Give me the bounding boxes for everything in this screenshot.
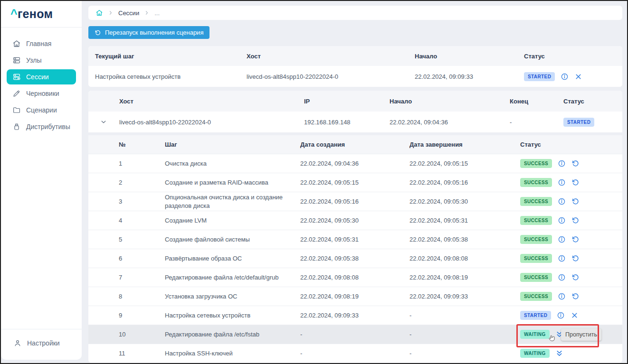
step-name: Настройка SSH-ключей — [165, 349, 300, 358]
info-button[interactable] — [558, 178, 566, 187]
info-button[interactable] — [557, 311, 565, 319]
sidebar-item-label: Узлы — [26, 56, 42, 64]
step-created: 22.02.2024, 09:05:30 — [300, 217, 409, 224]
column-header: Текущий шаг — [95, 53, 247, 60]
step-number: 8 — [88, 293, 165, 300]
retry-button[interactable] — [571, 159, 580, 168]
host-table: Хост IP Начало Конец Статус livecd-os-al… — [88, 91, 622, 363]
retry-button[interactable] — [571, 216, 580, 224]
step-created: 22.02.2024, 09:05:15 — [300, 179, 409, 186]
retry-button[interactable] — [571, 273, 580, 281]
restart-scenario-button[interactable]: Перезапуск выполнения сценария — [88, 26, 209, 39]
expand-row-button[interactable] — [100, 119, 107, 125]
step-finished: 22.02.2024, 09:05:30 — [409, 198, 520, 205]
info-button[interactable] — [558, 273, 566, 281]
status-badge: WAITING — [520, 330, 550, 339]
step-created: 22.02.2024, 09:08:19 — [300, 293, 409, 300]
step-name: Редактирование файла /etc/fstab — [165, 330, 300, 339]
step-name: Создание и разметка RAID-массива — [165, 178, 300, 187]
info-button[interactable] — [558, 292, 566, 300]
table-row: 7 Редактирование файла /etc/default/grub… — [88, 268, 622, 287]
info-icon — [557, 311, 565, 319]
sessions-icon — [12, 73, 21, 81]
step-number: 2 — [88, 179, 165, 186]
info-button[interactable] — [561, 73, 569, 81]
sidebar-bottom: Настройки — [1, 329, 82, 360]
sidebar-item-distributions[interactable]: Дистрибутивы — [7, 119, 76, 134]
step-created: - — [300, 350, 409, 357]
status-badge: SUCCESS — [520, 178, 552, 187]
restart-button-label: Перезапуск выполнения сценария — [105, 29, 203, 36]
step-finished: - — [409, 331, 520, 338]
status-badge: SUCCESS — [520, 197, 552, 206]
sidebar-item-home[interactable]: Главная — [7, 36, 76, 51]
retry-icon — [571, 254, 580, 262]
info-button[interactable] — [558, 235, 566, 243]
breadcrumb-home-icon[interactable] — [95, 9, 103, 17]
table-row: 1 Очистка диска 22.02.2024, 09:04:36 22.… — [88, 154, 622, 173]
step-name: Очистка диска — [165, 159, 300, 168]
current-step-name: Настройка сетевых устройств — [95, 73, 247, 80]
cursor-hand-icon — [547, 334, 556, 343]
table-row: 6 Развёртывание образа ОС 22.02.2024, 09… — [88, 249, 622, 268]
step-status-cell: SUCCESS — [520, 273, 622, 282]
close-button[interactable] — [574, 73, 582, 81]
info-button[interactable] — [558, 254, 566, 262]
close-icon — [571, 311, 579, 319]
breadcrumb-item-ellipsis[interactable]: ... — [154, 9, 160, 17]
table-row: 5 Создание файловой системы 22.02.2024, … — [88, 230, 622, 249]
sidebar-item-settings[interactable]: Настройки — [1, 329, 82, 360]
step-created: - — [300, 331, 409, 338]
column-header: Дата создания — [300, 141, 409, 148]
step-status-cell: WAITING Пропустить — [520, 330, 622, 339]
step-finished: - — [409, 350, 520, 357]
step-created: 22.02.2024, 09:05:38 — [300, 255, 409, 262]
retry-button[interactable] — [571, 197, 580, 205]
skip-button[interactable] — [555, 349, 563, 357]
skip-tooltip: Пропустить — [561, 328, 601, 341]
cursor-hand — [547, 334, 556, 343]
close-button[interactable] — [571, 311, 579, 319]
step-name: Опциональная очистка диска и создание ра… — [165, 193, 300, 210]
chevron-right-icon — [108, 10, 113, 15]
status-badge: SUCCESS — [520, 273, 552, 282]
breadcrumb-item-sessions[interactable]: Сессии — [118, 9, 139, 17]
status-badge: SUCCESS — [520, 159, 552, 168]
sidebar-item-nodes[interactable]: Узлы — [7, 53, 76, 68]
sidebar-item-sessions[interactable]: Сессии — [7, 69, 76, 84]
retry-button[interactable] — [571, 292, 580, 300]
column-header: Статус — [563, 98, 622, 105]
step-finished: 22.02.2024, 09:08:19 — [409, 274, 520, 281]
status-badge: STARTED — [563, 118, 594, 127]
info-button[interactable] — [558, 216, 566, 224]
retry-button[interactable] — [571, 235, 580, 243]
usb-icon — [12, 122, 21, 131]
step-status-cell: WAITING — [520, 349, 622, 358]
info-button[interactable] — [558, 159, 566, 168]
step-number: 3 — [88, 198, 165, 205]
step-name: Редактирование файла /etc/default/grub — [165, 273, 300, 282]
host-name: livecd-os-alt84spp10-22022024-0 — [119, 119, 304, 126]
retry-icon — [571, 235, 580, 243]
step-finished: 22.02.2024, 09:05:38 — [409, 236, 520, 243]
host-ip: 192.168.169.148 — [304, 119, 390, 126]
host-end: - — [510, 119, 563, 126]
step-finished: 22.02.2024, 09:05:16 — [409, 179, 520, 186]
step-finished: 22.02.2024, 09:05:31 — [409, 217, 520, 224]
retry-icon — [571, 159, 580, 168]
info-button[interactable] — [558, 197, 566, 205]
current-step-table-header: Текущий шаг Хост Начало Статус — [88, 46, 622, 66]
step-name: Развёртывание образа ОС — [165, 254, 300, 263]
sidebar-item-scenarios[interactable]: Сценарии — [7, 103, 76, 118]
sidebar-item-drafts[interactable]: Черновики — [7, 86, 76, 101]
column-header: Начало — [390, 98, 510, 105]
settings-label: Настройки — [27, 339, 60, 347]
retry-button[interactable] — [571, 254, 580, 262]
status-badge: STARTED — [520, 311, 551, 320]
step-number: 7 — [88, 274, 165, 281]
restart-icon — [95, 29, 101, 36]
table-row: 9 Настройка сетевых устройств 22.02.2024… — [88, 306, 622, 325]
retry-icon — [571, 178, 580, 187]
retry-button[interactable] — [571, 178, 580, 187]
sidebar-item-label: Сценарии — [26, 106, 57, 114]
